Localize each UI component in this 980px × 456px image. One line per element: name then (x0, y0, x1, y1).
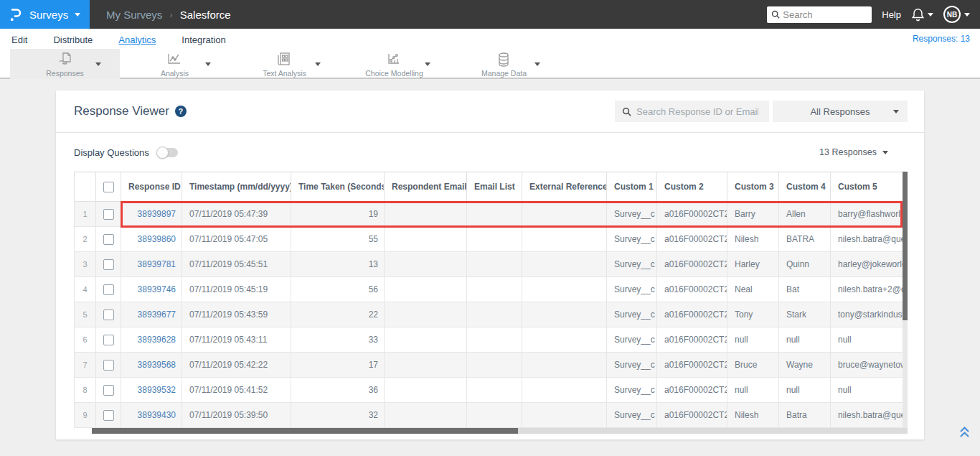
row-checkbox[interactable] (103, 234, 114, 245)
row-checkbox[interactable] (103, 310, 114, 320)
nav-item-distribute[interactable]: Distribute (53, 33, 93, 45)
timestamp-cell: 07/11/2019 05:47:39 (182, 202, 291, 227)
custom5-cell: null (831, 378, 903, 403)
custom3-cell: null (727, 327, 779, 353)
col-header-custom4[interactable]: Custom 4 (779, 172, 831, 202)
response-viewer-panel: Response Viewer ? All Responses Display … (56, 90, 924, 439)
tab-analysis[interactable]: Analysis (120, 49, 230, 79)
row-checkbox-cell[interactable] (96, 403, 121, 428)
row-checkbox[interactable] (103, 209, 114, 220)
row-checkbox[interactable] (103, 284, 114, 295)
custom3-cell: Bruce (727, 353, 779, 378)
nav-item-analytics[interactable]: Analytics (118, 33, 156, 45)
responses-count-link[interactable]: Responses: 13 (913, 34, 970, 44)
double-chevron-up-icon (958, 425, 971, 439)
col-header-response-id[interactable]: Response ID (121, 172, 182, 202)
row-checkbox[interactable] (103, 259, 114, 270)
vertical-scrollbar-thumb[interactable] (903, 172, 908, 320)
tab-label: Responses (46, 69, 84, 78)
response-search-input[interactable] (636, 106, 758, 117)
product-name: Surveys (29, 9, 68, 21)
response-id-link[interactable]: 38939781 (121, 252, 182, 277)
row-checkbox-cell[interactable] (96, 378, 121, 403)
chevron-down-icon[interactable] (205, 62, 211, 66)
horizontal-scrollbar[interactable] (92, 428, 908, 434)
help-icon[interactable]: ? (175, 106, 187, 117)
response-search-box[interactable] (615, 101, 769, 122)
tab-manage-data[interactable]: Manage Data (449, 49, 559, 79)
row-checkbox-cell[interactable] (96, 277, 121, 302)
row-checkbox-cell[interactable] (96, 327, 121, 353)
response-id-link[interactable]: 38939860 (121, 227, 182, 252)
col-header-external-reference[interactable]: External Reference (522, 172, 607, 202)
custom1-cell: Survey__c (607, 327, 657, 353)
col-header-custom2[interactable]: Custom 2 (657, 172, 727, 202)
manage-data-icon (495, 52, 512, 68)
select-all-checkbox[interactable] (103, 182, 114, 192)
tab-choice-modelling[interactable]: Choice Modelling (339, 49, 449, 79)
tab-text-analysis[interactable]: Text Analysis (230, 49, 339, 79)
notifications-button[interactable] (911, 7, 933, 22)
horizontal-scrollbar-thumb[interactable] (92, 428, 518, 434)
row-number-cell: 8 (75, 378, 96, 403)
chevron-down-icon[interactable] (95, 62, 101, 66)
row-checkbox-cell[interactable] (96, 302, 121, 327)
row-checkbox[interactable] (103, 385, 114, 396)
response-id-link[interactable]: 38939897 (121, 202, 182, 227)
row-checkbox-cell[interactable] (96, 353, 121, 378)
scroll-to-top-button[interactable] (958, 425, 971, 442)
row-checkbox-cell[interactable] (96, 252, 121, 277)
external-reference-cell (522, 252, 607, 277)
chevron-down-icon[interactable] (315, 62, 321, 66)
tab-responses[interactable]: Responses (10, 49, 120, 79)
response-id-link[interactable]: 38939746 (121, 277, 182, 302)
row-number-cell: 1 (75, 202, 96, 227)
display-questions-toggle[interactable] (158, 148, 178, 157)
row-checkbox-cell[interactable] (96, 202, 121, 227)
chevron-down-icon (882, 151, 888, 154)
global-search-input[interactable] (783, 9, 862, 20)
response-id-link[interactable]: 38939430 (121, 403, 182, 428)
col-header-select-all[interactable] (96, 172, 121, 202)
row-checkbox[interactable] (103, 335, 114, 345)
vertical-scrollbar[interactable] (903, 172, 908, 433)
col-header-respondent-email[interactable]: Respondent Email (385, 172, 467, 202)
respondent-email-cell (385, 302, 467, 327)
response-filter-dropdown[interactable]: All Responses (773, 101, 908, 122)
col-header-time-taken[interactable]: Time Taken (Seconds) (291, 172, 385, 202)
custom4-cell: null (779, 327, 831, 353)
nav-item-edit[interactable]: Edit (11, 33, 27, 45)
row-checkbox[interactable] (103, 360, 114, 371)
user-menu-button[interactable]: NB (943, 6, 970, 23)
chevron-down-icon[interactable] (425, 62, 430, 66)
response-id-link[interactable]: 38939532 (121, 378, 182, 403)
row-checkbox[interactable] (103, 410, 114, 421)
col-header-timestamp[interactable]: Timestamp (mm/dd/yyyy) (182, 172, 291, 202)
nav-item-integration[interactable]: Integration (182, 33, 225, 45)
col-header-email-list[interactable]: Email List (467, 172, 522, 202)
response-id-link[interactable]: 38939677 (121, 302, 182, 327)
surveys-menu-button[interactable]: Surveys (0, 0, 90, 29)
help-link[interactable]: Help (882, 9, 901, 20)
breadcrumb-my-surveys[interactable]: My Surveys (106, 9, 162, 21)
respondent-email-cell (385, 277, 467, 302)
col-header-custom1[interactable]: Custom 1 (607, 172, 657, 202)
custom4-cell: Stark (779, 302, 831, 327)
response-id-link[interactable]: 38939568 (121, 353, 182, 378)
table-controls-row: Display Questions 13 Responses (56, 133, 924, 172)
external-reference-cell (522, 403, 607, 428)
global-search-box[interactable] (767, 6, 872, 23)
responses-icon (57, 52, 74, 68)
email-list-cell (467, 202, 522, 227)
col-header-custom3[interactable]: Custom 3 (727, 172, 779, 202)
response-id-link[interactable]: 38939628 (121, 327, 182, 353)
responses-count-dropdown[interactable]: 13 Responses (819, 147, 888, 157)
respondent-email-cell (385, 327, 467, 353)
custom4-cell: Batra (779, 403, 831, 428)
custom1-cell: Survey__c (607, 403, 657, 428)
time-taken-cell: 13 (291, 252, 385, 277)
chevron-down-icon[interactable] (534, 62, 540, 66)
col-header-custom5[interactable]: Custom 5 (831, 172, 903, 202)
row-checkbox-cell[interactable] (96, 227, 121, 252)
custom3-cell: Harley (727, 252, 779, 277)
